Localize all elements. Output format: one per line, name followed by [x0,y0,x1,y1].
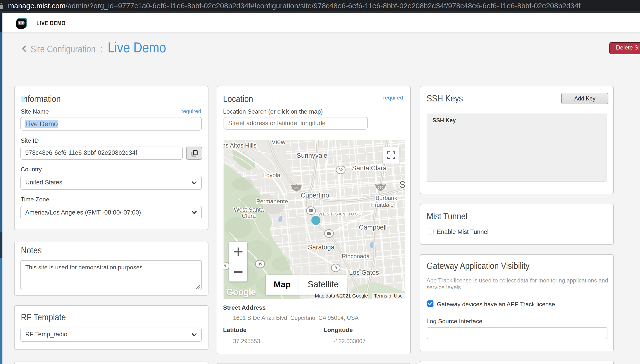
svg-text:Saratoga: Saratoga [308,244,335,251]
svg-text:Fruitdale: Fruitdale [371,201,393,208]
svg-text:880: 880 [377,185,383,189]
svg-text:Sunnyvale: Sunnyvale [296,152,327,159]
svg-text:Campbell: Campbell [359,224,386,231]
svg-text:WEST SAN JOSE: WEST SAN JOSE [318,212,362,216]
svg-text:View: View [271,140,286,145]
svg-text:35: 35 [258,262,262,266]
svg-text:Santa Clara: Santa Clara [352,164,387,172]
svg-text:Clara: Clara [242,212,256,219]
svg-text:Cupertino: Cupertino [300,192,329,199]
svg-text:Rinconada: Rinconada [342,252,370,259]
svg-text:Loyola: Loyola [263,172,280,178]
svg-text:Los Gatos: Los Gatos [349,269,378,276]
svg-text:Los Altos Hills: Los Altos Hills [223,142,256,148]
svg-text:Burbank: Burbank [375,194,397,201]
svg-text:9: 9 [224,264,226,268]
svg-text:280: 280 [293,186,299,190]
svg-text:West Santa: West Santa [234,206,264,212]
svg-text:82: 82 [338,168,343,172]
svg-text:9: 9 [335,266,337,270]
svg-text:85: 85 [309,208,313,212]
svg-text:S: S [399,179,405,190]
svg-text:85: 85 [327,231,331,236]
svg-text:Permanente: Permanente [256,198,288,204]
